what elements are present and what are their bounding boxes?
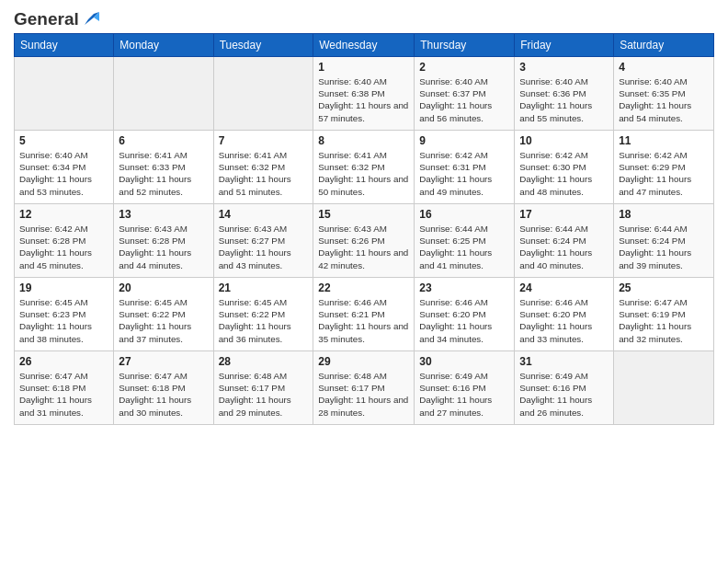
- calendar-cell: 23Sunrise: 6:46 AM Sunset: 6:20 PM Dayli…: [415, 278, 515, 351]
- day-info: Sunrise: 6:40 AM Sunset: 6:34 PM Dayligh…: [19, 149, 108, 198]
- day-info: Sunrise: 6:41 AM Sunset: 6:33 PM Dayligh…: [119, 149, 208, 198]
- calendar-cell: 20Sunrise: 6:45 AM Sunset: 6:22 PM Dayli…: [114, 278, 213, 351]
- calendar-cell: 29Sunrise: 6:48 AM Sunset: 6:17 PM Dayli…: [313, 351, 415, 425]
- day-number: 14: [219, 208, 309, 221]
- day-info: Sunrise: 6:42 AM Sunset: 6:30 PM Dayligh…: [519, 149, 609, 198]
- day-number: 7: [219, 134, 309, 147]
- calendar-cell: 16Sunrise: 6:44 AM Sunset: 6:25 PM Dayli…: [415, 204, 515, 278]
- logo: General: [14, 9, 101, 26]
- calendar-cell: [614, 351, 714, 425]
- calendar-cell: [114, 57, 213, 131]
- day-info: Sunrise: 6:48 AM Sunset: 6:17 PM Dayligh…: [318, 370, 409, 419]
- day-number: 2: [419, 61, 509, 74]
- weekday-header-tuesday: Tuesday: [213, 34, 313, 57]
- day-info: Sunrise: 6:40 AM Sunset: 6:38 PM Dayligh…: [318, 75, 409, 124]
- day-number: 1: [318, 61, 409, 74]
- day-number: 24: [519, 282, 609, 294]
- weekday-header-friday: Friday: [515, 34, 614, 57]
- weekday-header-thursday: Thursday: [415, 34, 515, 57]
- calendar-cell: 12Sunrise: 6:42 AM Sunset: 6:28 PM Dayli…: [15, 204, 114, 278]
- calendar-cell: 14Sunrise: 6:43 AM Sunset: 6:27 PM Dayli…: [213, 204, 313, 278]
- day-info: Sunrise: 6:45 AM Sunset: 6:22 PM Dayligh…: [219, 296, 309, 345]
- logo-general: General: [14, 9, 79, 29]
- day-number: 27: [119, 355, 208, 368]
- day-info: Sunrise: 6:46 AM Sunset: 6:21 PM Dayligh…: [318, 296, 409, 345]
- day-number: 16: [419, 208, 509, 221]
- day-number: 31: [519, 355, 609, 368]
- day-number: 15: [318, 208, 409, 221]
- day-info: Sunrise: 6:45 AM Sunset: 6:22 PM Dayligh…: [119, 296, 208, 345]
- day-number: 9: [419, 134, 509, 147]
- day-number: 17: [519, 208, 609, 221]
- day-number: 20: [119, 282, 208, 294]
- calendar-cell: 5Sunrise: 6:40 AM Sunset: 6:34 PM Daylig…: [15, 131, 114, 204]
- day-number: 23: [419, 282, 509, 294]
- calendar-cell: 13Sunrise: 6:43 AM Sunset: 6:28 PM Dayli…: [114, 204, 213, 278]
- calendar-cell: 8Sunrise: 6:41 AM Sunset: 6:32 PM Daylig…: [313, 131, 415, 204]
- day-info: Sunrise: 6:44 AM Sunset: 6:24 PM Dayligh…: [619, 223, 709, 271]
- calendar-cell: 30Sunrise: 6:49 AM Sunset: 6:16 PM Dayli…: [415, 351, 515, 425]
- day-number: 5: [19, 134, 108, 147]
- calendar-cell: 31Sunrise: 6:49 AM Sunset: 6:16 PM Dayli…: [515, 351, 614, 425]
- day-number: 3: [519, 61, 609, 74]
- calendar-cell: 27Sunrise: 6:47 AM Sunset: 6:18 PM Dayli…: [114, 351, 213, 425]
- calendar-cell: 10Sunrise: 6:42 AM Sunset: 6:30 PM Dayli…: [515, 131, 614, 204]
- calendar-cell: [213, 57, 313, 131]
- day-number: 21: [219, 282, 309, 294]
- day-info: Sunrise: 6:48 AM Sunset: 6:17 PM Dayligh…: [219, 370, 309, 419]
- day-number: 6: [119, 134, 208, 147]
- week-row-5: 26Sunrise: 6:47 AM Sunset: 6:18 PM Dayli…: [15, 351, 714, 425]
- calendar-cell: 24Sunrise: 6:46 AM Sunset: 6:20 PM Dayli…: [515, 278, 614, 351]
- calendar-cell: 9Sunrise: 6:42 AM Sunset: 6:31 PM Daylig…: [415, 131, 515, 204]
- calendar-cell: 21Sunrise: 6:45 AM Sunset: 6:22 PM Dayli…: [213, 278, 313, 351]
- calendar-cell: 22Sunrise: 6:46 AM Sunset: 6:21 PM Dayli…: [313, 278, 415, 351]
- page-header: General: [14, 9, 714, 26]
- calendar-cell: 4Sunrise: 6:40 AM Sunset: 6:35 PM Daylig…: [614, 57, 714, 131]
- calendar: SundayMondayTuesdayWednesdayThursdayFrid…: [14, 33, 714, 425]
- day-number: 19: [19, 282, 108, 294]
- day-number: 29: [318, 355, 409, 368]
- calendar-cell: 1Sunrise: 6:40 AM Sunset: 6:38 PM Daylig…: [313, 57, 415, 131]
- calendar-cell: 18Sunrise: 6:44 AM Sunset: 6:24 PM Dayli…: [614, 204, 714, 278]
- day-info: Sunrise: 6:41 AM Sunset: 6:32 PM Dayligh…: [318, 149, 409, 198]
- day-info: Sunrise: 6:43 AM Sunset: 6:28 PM Dayligh…: [119, 223, 208, 271]
- day-number: 8: [318, 134, 409, 147]
- day-info: Sunrise: 6:42 AM Sunset: 6:29 PM Dayligh…: [619, 149, 709, 198]
- calendar-cell: 25Sunrise: 6:47 AM Sunset: 6:19 PM Dayli…: [614, 278, 714, 351]
- day-info: Sunrise: 6:42 AM Sunset: 6:31 PM Dayligh…: [419, 149, 509, 198]
- day-number: 30: [419, 355, 509, 368]
- day-number: 11: [619, 134, 709, 147]
- calendar-cell: [15, 57, 114, 131]
- day-number: 18: [619, 208, 709, 221]
- day-number: 26: [19, 355, 108, 368]
- day-info: Sunrise: 6:46 AM Sunset: 6:20 PM Dayligh…: [519, 296, 609, 345]
- week-row-3: 12Sunrise: 6:42 AM Sunset: 6:28 PM Dayli…: [15, 204, 714, 278]
- day-info: Sunrise: 6:49 AM Sunset: 6:16 PM Dayligh…: [419, 370, 509, 419]
- logo-icon: [81, 8, 101, 29]
- day-info: Sunrise: 6:43 AM Sunset: 6:26 PM Dayligh…: [318, 223, 409, 271]
- weekday-header-row: SundayMondayTuesdayWednesdayThursdayFrid…: [15, 34, 714, 57]
- week-row-1: 1Sunrise: 6:40 AM Sunset: 6:38 PM Daylig…: [15, 57, 714, 131]
- day-info: Sunrise: 6:44 AM Sunset: 6:24 PM Dayligh…: [519, 223, 609, 271]
- day-info: Sunrise: 6:40 AM Sunset: 6:36 PM Dayligh…: [519, 75, 609, 124]
- calendar-cell: 15Sunrise: 6:43 AM Sunset: 6:26 PM Dayli…: [313, 204, 415, 278]
- day-info: Sunrise: 6:40 AM Sunset: 6:37 PM Dayligh…: [419, 75, 509, 124]
- day-info: Sunrise: 6:47 AM Sunset: 6:18 PM Dayligh…: [19, 370, 108, 419]
- day-info: Sunrise: 6:47 AM Sunset: 6:19 PM Dayligh…: [619, 296, 709, 345]
- calendar-cell: 26Sunrise: 6:47 AM Sunset: 6:18 PM Dayli…: [15, 351, 114, 425]
- calendar-cell: 19Sunrise: 6:45 AM Sunset: 6:23 PM Dayli…: [15, 278, 114, 351]
- week-row-2: 5Sunrise: 6:40 AM Sunset: 6:34 PM Daylig…: [15, 131, 714, 204]
- day-info: Sunrise: 6:43 AM Sunset: 6:27 PM Dayligh…: [219, 223, 309, 271]
- day-number: 12: [19, 208, 108, 221]
- day-number: 25: [619, 282, 709, 294]
- day-number: 28: [219, 355, 309, 368]
- weekday-header-monday: Monday: [114, 34, 213, 57]
- calendar-cell: 6Sunrise: 6:41 AM Sunset: 6:33 PM Daylig…: [114, 131, 213, 204]
- day-number: 22: [318, 282, 409, 294]
- day-info: Sunrise: 6:46 AM Sunset: 6:20 PM Dayligh…: [419, 296, 509, 345]
- day-info: Sunrise: 6:40 AM Sunset: 6:35 PM Dayligh…: [619, 75, 709, 124]
- calendar-cell: 11Sunrise: 6:42 AM Sunset: 6:29 PM Dayli…: [614, 131, 714, 204]
- weekday-header-saturday: Saturday: [614, 34, 714, 57]
- weekday-header-wednesday: Wednesday: [313, 34, 415, 57]
- day-info: Sunrise: 6:49 AM Sunset: 6:16 PM Dayligh…: [519, 370, 609, 419]
